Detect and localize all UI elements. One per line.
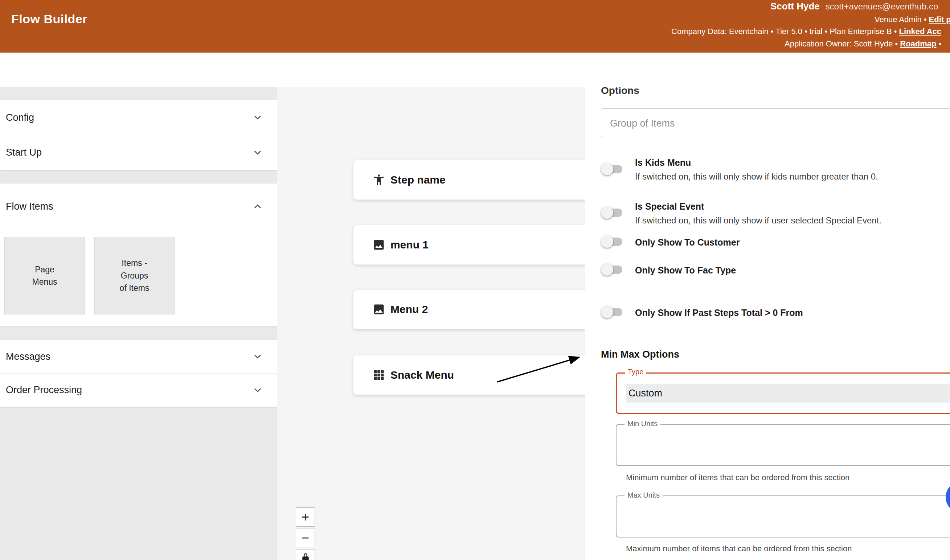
chevron-down-icon [252,147,263,158]
only-show-to-fac-type-label: Only Show To Fac Type [635,265,736,276]
edit-profile-link[interactable]: Edit p [929,15,950,24]
group-of-items-input[interactable] [601,108,950,138]
edit-toolbar: Editing sdfsdfsdfsdf SAVE AND PREVIEW SA… [0,52,950,87]
options-heading: Options [601,87,639,97]
application-owner-line: Application Owner: Scott Hyde • Roadmap … [785,39,941,49]
app-header: Flow Builder Scott Hydescott+avenues@eve… [0,0,950,52]
sidebar-item-flow-items[interactable]: Flow Items [0,183,277,229]
step-node-label: Menu 2 [390,303,428,315]
step-node-snack-menu[interactable]: Snack Menu [353,355,585,395]
flow-item-page-menus[interactable]: Page Menus [5,237,85,314]
sidebar-panel-flow-items: Flow Items Page Menus Items - Groups of … [0,183,277,326]
company-data-line: Company Data: Eventchain • Tier 5.0 • tr… [671,27,941,36]
is-kids-menu-label: Is Kids Menu [635,157,691,168]
step-node-label: menu 1 [390,238,428,251]
user-email: scott+avenues@eventhub.co [825,2,938,11]
type-select-label: Type [625,368,646,376]
is-special-event-label: Is Special Event [635,201,704,212]
toggle-thumb [601,163,613,175]
step-node-label: Step name [390,174,446,186]
application-owner-text: Application Owner: Scott Hyde • [785,39,900,48]
toggle-thumb [601,206,613,219]
config-label: Config [6,112,34,123]
sidebar-item-config[interactable]: Config [0,100,277,135]
flow-items-label: Flow Items [6,201,53,212]
sidebar-item-messages[interactable]: Messages [0,340,277,373]
start-up-label: Start Up [6,147,42,158]
type-select-value[interactable]: Custom [626,384,950,403]
linked-accounts-link[interactable]: Linked Acc [899,27,942,36]
min-max-options-heading: Min Max Options [601,349,679,360]
person-icon [372,173,385,186]
is-kids-menu-toggle[interactable] [601,163,623,175]
role-line: Venue Admin • Edit p [875,15,950,24]
only-show-to-customer-label: Only Show To Customer [635,237,739,248]
step-node-menu-2[interactable]: Menu 2 [353,289,585,329]
only-show-to-fac-type-toggle[interactable] [601,263,623,276]
roadmap-link[interactable]: Roadmap [900,39,936,48]
toggle-thumb [601,235,613,248]
zoom-lock-button[interactable] [296,549,315,560]
builder-sidebar: Config Start Up Flow Items Page Menus I [0,87,277,560]
is-kids-menu-description: If switched on, this will only show if k… [635,172,878,182]
order-processing-label: Order Processing [6,385,82,396]
chevron-down-icon [252,351,263,362]
step-node-menu-1[interactable]: menu 1 [353,225,585,265]
min-units-input[interactable] [616,425,950,465]
only-show-if-past-steps-label: Only Show If Past Steps Total > 0 From [635,307,803,318]
step-properties-panel: Options Is Kids Menu If switched on, thi… [585,87,950,560]
is-special-event-description: If switched on, this will only show if u… [635,215,881,226]
flow-builder-app: Flow Builder Scott Hydescott+avenues@eve… [0,0,950,560]
sidebar-item-order-processing[interactable]: Order Processing [0,373,277,406]
zoom-out-button[interactable]: − [296,528,315,547]
owner-line-suffix: • [936,39,942,48]
chevron-down-icon [252,385,263,396]
zoom-in-button[interactable]: + [296,508,315,527]
lock-icon [300,552,311,560]
chevron-up-icon [252,201,263,212]
max-units-field: Max Units [616,495,950,537]
grid-icon [372,369,385,382]
min-units-field: Min Units [616,424,950,466]
venue-role-text: Venue Admin • [875,15,929,24]
sidebar-item-start-up[interactable]: Start Up [0,135,277,170]
step-node-label: Snack Menu [390,369,454,381]
sidebar-panel-messages-processing: Messages Order Processing [0,340,277,407]
max-units-input[interactable] [616,496,950,537]
min-units-helper-text: Minimum number of items that can be orde… [626,473,850,482]
user-name: Scott Hyde [770,1,820,12]
sidebar-panel-config-startup: Config Start Up [0,100,277,170]
messages-label: Messages [6,351,51,362]
app-title: Flow Builder [11,12,88,26]
chevron-down-icon [252,112,263,123]
image-icon [372,303,385,316]
company-data-text: Company Data: Eventchain • Tier 5.0 • tr… [671,27,899,36]
flow-canvas[interactable]: Step name menu 1 Menu 2 Snack Menu + − [277,87,585,560]
toggle-thumb [601,306,613,318]
toggle-thumb [601,263,613,275]
only-show-to-customer-toggle[interactable] [601,235,623,248]
type-select[interactable]: Type Custom [616,372,950,414]
step-node-step-name[interactable]: Step name [353,160,585,200]
max-units-helper-text: Maximum number of items that can be orde… [626,544,851,554]
is-special-event-toggle[interactable] [601,206,623,219]
flow-item-items-groups[interactable]: Items - Groups of Items [94,237,174,314]
user-info-line: Scott Hydescott+avenues@eventhub.co [770,1,938,12]
only-show-if-past-steps-toggle[interactable] [601,305,623,318]
image-icon [372,238,385,251]
